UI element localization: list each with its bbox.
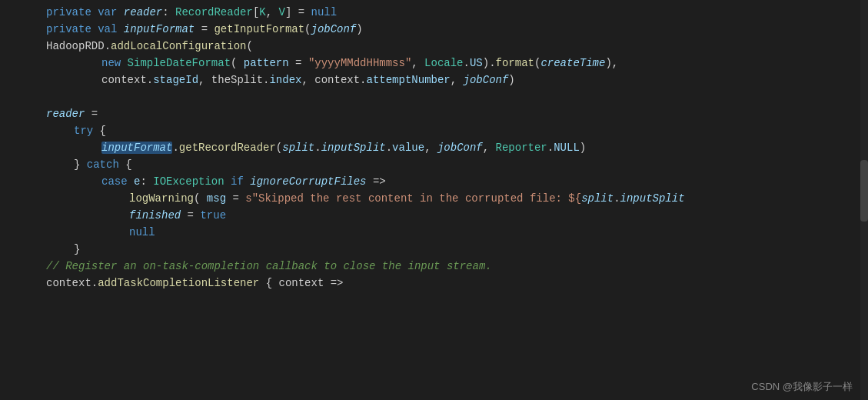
- code-token: s"Skipped the rest content in the corrup…: [245, 192, 581, 205]
- code-token: (: [276, 142, 282, 154]
- code-area: private var reader: RecordReader[K, V] =…: [0, 0, 868, 300]
- code-token: finished: [129, 209, 181, 222]
- code-token: new: [101, 57, 128, 69]
- code-token: stageId: [153, 74, 198, 86]
- code-token: addTaskCompletionListener: [98, 277, 259, 289]
- code-token: ): [508, 74, 514, 86]
- scrollbar[interactable]: [860, 0, 868, 400]
- code-token: .: [360, 74, 366, 86]
- code-token: IOException: [153, 175, 224, 188]
- code-token: true: [200, 209, 226, 222]
- code-token: =: [85, 108, 98, 120]
- code-line: // Register an on-task-completion callba…: [0, 260, 868, 277]
- code-token: ,: [424, 142, 437, 154]
- code-token: =>: [367, 175, 386, 188]
- code-token: ): [356, 23, 362, 35]
- code-token: ).: [483, 57, 496, 69]
- code-token: {: [119, 158, 132, 171]
- code-token: =: [195, 23, 214, 35]
- code-token: jobConf: [464, 74, 509, 86]
- code-token: if: [231, 175, 250, 188]
- code-token: .: [547, 142, 554, 154]
- code-line: logWarning( msg = s"Skipped the rest con…: [0, 192, 868, 209]
- code-token: Reporter: [496, 142, 547, 154]
- scrollbar-thumb[interactable]: [860, 160, 868, 222]
- code-token: ignoreCorruptFiles: [250, 175, 366, 188]
- code-token: .: [91, 277, 98, 289]
- code-token: .: [386, 142, 392, 154]
- code-token: case: [101, 175, 134, 188]
- code-token: ,: [198, 74, 211, 86]
- code-token: logWarning: [129, 192, 194, 205]
- code-token: index: [269, 74, 301, 86]
- code-line: try {: [0, 125, 868, 142]
- code-token: =: [289, 57, 308, 69]
- code-container: private var reader: RecordReader[K, V] =…: [0, 0, 868, 400]
- code-token: format: [496, 57, 534, 69]
- code-token: K: [259, 6, 265, 18]
- code-token: [224, 175, 231, 188]
- code-token: createTime: [540, 57, 605, 69]
- code-token: =>: [324, 277, 343, 289]
- code-token: .: [172, 142, 178, 154]
- code-line: HadoopRDD.addLocalConfiguration(: [0, 40, 868, 57]
- code-token: :: [140, 175, 153, 188]
- code-token: inputSplit: [321, 142, 386, 154]
- code-token: value: [392, 142, 424, 154]
- code-token: {: [93, 125, 106, 137]
- code-token: SimpleDateFormat: [128, 57, 231, 69]
- code-line: new SimpleDateFormat( pattern = "yyyyMMd…: [0, 57, 868, 74]
- code-token: val: [98, 23, 124, 35]
- code-token: catch: [87, 158, 119, 171]
- code-token: .: [464, 57, 470, 69]
- code-token: null: [311, 6, 338, 18]
- code-token: (: [246, 40, 252, 52]
- code-line: private val inputFormat = getInputFormat…: [0, 23, 868, 40]
- code-token: "yyyyMMddHHmmss": [308, 57, 411, 69]
- code-token: try: [74, 125, 93, 137]
- code-token: }: [74, 243, 80, 255]
- code-token: context: [101, 74, 147, 86]
- code-token: (: [534, 57, 540, 69]
- code-token: jobConf: [311, 23, 357, 35]
- code-token: null: [129, 226, 155, 238]
- code-line: }: [0, 243, 868, 260]
- code-token: (: [231, 57, 244, 69]
- code-token: theSplit: [211, 74, 263, 86]
- code-token: inputSplit: [620, 192, 685, 205]
- code-token: getInputFormat: [214, 23, 304, 35]
- code-token: getRecordReader: [179, 142, 276, 154]
- code-token: ,: [451, 74, 464, 86]
- code-token: .: [314, 142, 321, 154]
- code-token: .: [614, 192, 620, 205]
- code-line: reader =: [0, 108, 868, 125]
- code-token: // Register an on-task-completion callba…: [46, 260, 492, 272]
- code-token: {: [259, 277, 278, 289]
- code-line: case e: IOException if ignoreCorruptFile…: [0, 175, 868, 192]
- code-token: ,: [483, 142, 496, 154]
- code-token: split: [282, 142, 314, 154]
- code-line: finished = true: [0, 209, 868, 226]
- code-token: jobConf: [437, 142, 483, 154]
- code-token: private: [46, 6, 98, 18]
- code-token: [: [253, 6, 259, 18]
- code-line: context.addTaskCompletionListener { cont…: [0, 277, 868, 294]
- code-token: ): [580, 142, 586, 154]
- code-token: .: [147, 74, 153, 86]
- code-token: .: [263, 74, 269, 86]
- code-token: HadoopRDD: [46, 40, 105, 52]
- code-token: ,: [411, 57, 424, 69]
- watermark: CSDN @我像影子一样: [751, 380, 853, 394]
- code-line: null: [0, 226, 868, 243]
- code-token: reader: [124, 6, 162, 18]
- code-token: inputFormat: [101, 142, 172, 154]
- code-token: inputFormat: [124, 23, 195, 35]
- code-token: context: [278, 277, 324, 289]
- code-token: }: [74, 158, 87, 171]
- code-token: V: [279, 6, 285, 18]
- code-token: RecordReader: [175, 6, 253, 18]
- code-token: ,: [301, 74, 314, 86]
- code-token: =: [181, 209, 200, 222]
- code-line: inputFormat.getRecordReader(split.inputS…: [0, 142, 868, 158]
- code-token: split: [581, 192, 614, 205]
